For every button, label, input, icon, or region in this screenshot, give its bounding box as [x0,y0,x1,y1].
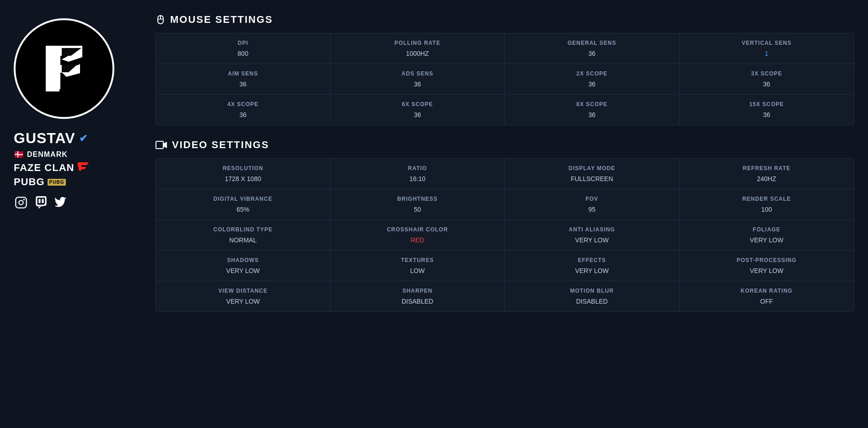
2x-scope-value: 36 [514,80,670,88]
motion-blur-label: MOTION BLUR [514,288,670,294]
colorblind-value: NORMAL [165,236,321,244]
aim-sens-value: 36 [165,80,321,88]
mouse-row-3: 4X SCOPE 36 6X SCOPE 36 8X SCOPE 36 15X … [156,95,854,125]
resolution-cell: RESOLUTION 1728 X 1080 [156,159,331,189]
video-settings-table: RESOLUTION 1728 X 1080 RATIO 16:10 DISPL… [155,158,854,312]
display-mode-value: FULLSCREEN [514,175,670,182]
dpi-label: DPI [165,40,321,46]
svg-point-7 [24,199,24,200]
polling-rate-cell: POLLING RATE 1000HZ [331,33,505,64]
brightness-value: 50 [340,206,496,213]
video-row-1: RESOLUTION 1728 X 1080 RATIO 16:10 DISPL… [156,159,854,189]
general-sens-label: GENERAL SENS [514,40,670,46]
view-distance-cell: VIEW DISTANCE VERY LOW [156,281,331,311]
effects-value: VERY LOW [514,267,670,274]
country-flag: 🇩🇰 [14,150,24,160]
resolution-label: RESOLUTION [165,165,321,171]
render-scale-cell: RENDER SCALE 100 [680,189,854,219]
faze-logo-text [77,161,90,174]
general-sens-value: 36 [514,50,670,57]
3x-scope-cell: 3X SCOPE 36 [680,64,854,94]
digital-vibrance-label: DIGITAL VIBRANCE [165,196,321,202]
refresh-rate-value: 240HZ [689,175,845,182]
shadows-value: VERY LOW [165,267,321,274]
svg-marker-15 [163,142,167,148]
15x-scope-cell: 15X SCOPE 36 [680,95,854,125]
vertical-sens-label: VERTICAL SENS [689,40,845,46]
video-icon [155,140,167,150]
3x-scope-value: 36 [689,80,845,88]
effects-label: EFFECTS [514,257,670,263]
brightness-label: BRIGHTNESS [340,196,496,202]
aim-sens-cell: AIM SENS 36 [156,64,331,94]
dpi-cell: DPI 800 [156,33,331,64]
pubg-badge: PUBG [48,179,66,186]
anti-aliasing-label: ANTI ALIASING [514,226,670,233]
game-name: PUBG [14,176,45,188]
country-row: 🇩🇰 DENMARK [14,150,68,160]
8x-scope-cell: 8X SCOPE 36 [505,95,680,125]
post-processing-value: VERY LOW [689,267,845,274]
mouse-row-1: DPI 800 POLLING RATE 1000HZ GENERAL SENS… [156,33,854,64]
svg-rect-8 [37,197,46,205]
svg-rect-14 [156,141,163,149]
dpi-value: 800 [165,50,321,57]
motion-blur-value: DISABLED [514,298,670,305]
crosshair-color-value: RED [340,236,496,244]
fov-label: FOV [514,196,670,202]
video-settings-header: VIDEO SETTINGS [155,139,854,151]
korean-rating-cell: KOREAN RATING OFF [680,281,854,311]
social-row[interactable] [14,195,69,210]
video-row-4: SHADOWS VERY LOW TEXTURES LOW EFFECTS VE… [156,251,854,281]
brightness-cell: BRIGHTNESS 50 [331,189,505,219]
colorblind-cell: COLORBLIND TYPE NORMAL [156,220,331,250]
sharpen-value: DISABLED [340,298,496,305]
korean-rating-value: OFF [689,298,845,305]
vertical-sens-cell: VERTICAL SENS 1 [680,33,854,64]
team-row: FAZE CLAN [14,161,90,174]
4x-scope-cell: 4X SCOPE 36 [156,95,331,125]
ads-sens-cell: ADS SENS 36 [331,64,505,94]
sidebar: GUSTAV ✔ 🇩🇰 DENMARK FAZE CLAN PUBG PUBG [0,0,146,428]
player-name: GUSTAV ✔ [14,130,88,147]
verified-icon: ✔ [79,133,88,144]
twitter-icon[interactable] [54,195,69,210]
resolution-value: 1728 X 1080 [165,175,321,182]
6x-scope-label: 6X SCOPE [340,101,496,107]
motion-blur-cell: MOTION BLUR DISABLED [505,281,680,311]
textures-label: TEXTURES [340,257,496,263]
post-processing-label: POST-PROCESSING [689,257,845,263]
video-section-title: VIDEO SETTINGS [172,139,269,151]
twitch-icon[interactable] [34,195,48,210]
anti-aliasing-value: VERY LOW [514,236,670,244]
mouse-icon [155,15,166,25]
8x-scope-label: 8X SCOPE [514,101,670,107]
team-name: FAZE CLAN [14,162,74,174]
mouse-section-title: MOUSE SETTINGS [170,14,273,26]
avatar [14,18,114,119]
game-row: PUBG PUBG [14,176,66,188]
mouse-row-2: AIM SENS 36 ADS SENS 36 2X SCOPE 36 3X S… [156,64,854,95]
general-sens-cell: GENERAL SENS 36 [505,33,680,64]
fov-value: 95 [514,206,670,213]
view-distance-value: VERY LOW [165,298,321,305]
ads-sens-label: ADS SENS [340,70,496,77]
sharpen-label: SHARPEN [340,288,496,294]
anti-aliasing-cell: ANTI ALIASING VERY LOW [505,220,680,250]
crosshair-color-cell: CROSSHAIR COLOR RED [331,220,505,250]
aim-sens-label: AIM SENS [165,70,321,77]
6x-scope-value: 36 [340,111,496,118]
colorblind-label: COLORBLIND TYPE [165,226,321,233]
foliage-value: VERY LOW [689,236,845,244]
vertical-sens-value: 1 [689,50,845,57]
3x-scope-label: 3X SCOPE [689,70,845,77]
digital-vibrance-value: 65% [165,206,321,213]
display-mode-label: DISPLAY MODE [514,165,670,171]
instagram-icon[interactable] [14,195,28,210]
ratio-cell: RATIO 16:10 [331,159,505,189]
4x-scope-label: 4X SCOPE [165,101,321,107]
effects-cell: EFFECTS VERY LOW [505,251,680,281]
foliage-label: FOLIAGE [689,226,845,233]
15x-scope-value: 36 [689,111,845,118]
2x-scope-label: 2X SCOPE [514,70,670,77]
